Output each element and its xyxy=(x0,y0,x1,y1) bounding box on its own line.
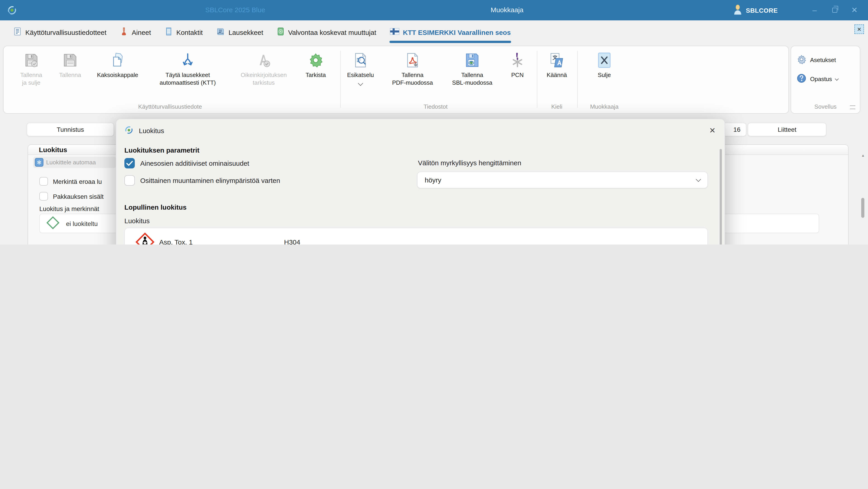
app-scrollbar[interactable]: ▲ ▼ xyxy=(859,116,867,244)
sds-list-icon xyxy=(13,27,22,37)
window-controls: – ✕ xyxy=(805,0,864,20)
checkbox-label: Osittainen muuntaminen elinympäristöä va… xyxy=(140,177,280,184)
inhalation-toxicity-select[interactable]: höyry xyxy=(417,172,708,189)
autofill-phrases-button[interactable]: Täytä lausekkeetautomaattisesti (KTT) xyxy=(147,50,228,86)
not-classified-label: ei luokiteltu xyxy=(66,220,98,227)
pcn-button[interactable]: PCN xyxy=(502,50,533,79)
ribbon-item-label: Oikeinkirjoituksen xyxy=(230,71,298,79)
luokitus-dialog: Luokitus ✕ Luokituksen parametrit Aineso… xyxy=(116,119,725,244)
inhalation-toxicity-label: Välitön myrkyllisyys hengittäminen xyxy=(418,159,521,167)
section-tab-label: Liitteet xyxy=(778,126,797,133)
save-icon xyxy=(52,50,88,69)
additive-properties-checkbox-row[interactable]: Ainesosien additiiviset ominaisuudet xyxy=(124,158,249,168)
dialog-close-button[interactable]: ✕ xyxy=(706,124,719,137)
checkbox-label: Ainesosien additiiviset ominaisuudet xyxy=(140,160,249,167)
regulatory-icon xyxy=(277,27,284,37)
titlebar: SBLCore 2025 Blue Muokkaaja SBLCORE – ✕ xyxy=(0,0,868,20)
right-column-box[interactable] xyxy=(711,214,819,233)
group-label-sovellus: Sovellus xyxy=(791,103,860,110)
ribbon-app-panel: Asetukset Opastus Sovellus xyxy=(790,46,860,114)
preview-icon xyxy=(338,50,383,69)
partial-conversion-checkbox-row[interactable]: Osittainen muuntaminen elinympäristöä va… xyxy=(124,175,280,185)
tab-label: Kontaktit xyxy=(177,28,203,36)
phrases-book-icon xyxy=(216,27,225,37)
group-menu-icon[interactable] xyxy=(850,106,855,109)
verify-gear-icon xyxy=(298,50,334,69)
tab-kontaktit[interactable]: Kontaktit xyxy=(158,20,210,44)
dialog-scrollbar-thumb[interactable] xyxy=(720,149,722,244)
ribbon-item-label: automaattisesti (KTT) xyxy=(147,79,228,86)
classify-auto-label: Luokittele automaa xyxy=(46,159,96,166)
close-button[interactable]: ✕ xyxy=(844,0,864,20)
selected-value: höyry xyxy=(425,176,441,184)
scroll-up-icon[interactable]: ▲ xyxy=(859,153,867,157)
tab-label: Lausekkeet xyxy=(228,28,263,36)
group-label-kayttoturvallisuustiedote: Käyttöturvallisuustiedote xyxy=(102,103,238,110)
restore-button[interactable] xyxy=(825,0,844,20)
tab-label: Valvontaa koskevat muuttujat xyxy=(288,28,376,36)
tab-valvontaa-koskevat-muuttujat[interactable]: Valvontaa koskevat muuttujat xyxy=(270,20,383,44)
minimize-button[interactable]: – xyxy=(805,0,825,20)
save-button[interactable]: Tallenna xyxy=(52,50,88,79)
sbl-save-icon xyxy=(443,50,502,69)
ribbon-item-label: Tarkista xyxy=(298,71,334,79)
translate-button[interactable]: Käännä xyxy=(539,50,575,79)
application-window: SBLCore 2025 Blue Muokkaaja SBLCORE – ✕ xyxy=(0,0,868,244)
checkbox-unchecked[interactable] xyxy=(39,192,48,201)
labelling-differs-checkbox-row[interactable]: Merkintä eroaa lu xyxy=(39,177,102,185)
preview-button[interactable]: Esikatselu xyxy=(338,50,383,87)
hazard-statement-code: H304 xyxy=(284,238,300,244)
group-label-tiedostot: Tiedostot xyxy=(368,103,503,110)
ribbon-main-panel: Tallennaja sulje Tallenna Kaksoiskappale… xyxy=(3,46,789,114)
tab-label: KTT ESIMERKKI Vaarallinen seos xyxy=(403,28,511,36)
group-divider xyxy=(537,51,537,108)
duplicate-button[interactable]: Kaksoiskappale xyxy=(88,50,147,79)
not-classified-diamond-icon xyxy=(45,215,61,232)
help-button[interactable]: Opastus xyxy=(797,74,838,85)
section-tab-tunnistus[interactable]: Tunnistus xyxy=(27,123,114,136)
classification-row[interactable]: Asp. Tox. 1 H304 xyxy=(125,230,707,244)
section-title: Luokitus xyxy=(28,146,67,153)
close-document-tab-button[interactable]: ✕ xyxy=(855,24,864,34)
tab-lausekkeet[interactable]: Lausekkeet xyxy=(210,20,270,44)
scrollbar-thumb[interactable] xyxy=(861,198,864,218)
ribbon-item-label: Tallenna xyxy=(52,71,88,79)
classify-automatically-button[interactable]: ✻ Luokittele automaa xyxy=(33,157,116,168)
user-avatar-icon xyxy=(733,4,743,17)
pdf-icon xyxy=(383,50,442,69)
close-x-icon xyxy=(584,50,625,69)
section-tab-liitteet[interactable]: Liitteet xyxy=(748,123,827,136)
user-menu[interactable]: SBLCORE xyxy=(733,3,778,17)
close-editor-button[interactable]: Sulje xyxy=(584,50,625,79)
group-divider xyxy=(577,51,578,108)
package-contents-checkbox-row[interactable]: Pakkauksen sisält xyxy=(39,192,103,201)
settings-button[interactable]: Asetukset xyxy=(797,54,836,66)
verify-button[interactable]: Tarkista xyxy=(298,50,334,79)
save-pdf-button[interactable]: TallennaPDF-muodossa xyxy=(383,50,442,86)
dialog-title: Luokitus xyxy=(139,127,164,135)
checkbox-unchecked[interactable] xyxy=(39,177,48,185)
dialog-header: Luokitus xyxy=(123,124,164,137)
ribbon-item-label: Tallenna xyxy=(443,71,502,79)
chevron-down-icon xyxy=(358,81,363,86)
hazard-class-name: Asp. Tox. 1 xyxy=(159,238,193,244)
spellcheck-icon xyxy=(230,50,298,69)
checkbox-unchecked[interactable] xyxy=(124,175,135,185)
tab-label: Aineet xyxy=(132,28,151,36)
restore-icon xyxy=(832,8,837,13)
ribbon-item-label: Täytä lausekkeet xyxy=(147,71,228,79)
tab-aineet[interactable]: Aineet xyxy=(113,20,158,44)
duplicate-icon xyxy=(88,50,147,69)
ribbon-item-label: tarkistus xyxy=(230,79,298,86)
tab-ktt-esimerkki-vaarallinen-seos[interactable]: KTT ESIMERKKI Vaarallinen seos xyxy=(383,20,518,44)
ribbon-item-label: PCN xyxy=(502,71,533,79)
save-sbl-button[interactable]: TallennaSBL-muodossa xyxy=(443,50,502,86)
ribbon: Tallennaja sulje Tallenna Kaksoiskappale… xyxy=(0,44,868,116)
spellcheck-button[interactable]: Oikeinkirjoituksentarkistus xyxy=(230,50,298,86)
app-logo-icon xyxy=(6,4,18,16)
save-and-close-button[interactable]: Tallennaja sulje xyxy=(10,50,52,86)
section-tab-label: 16 xyxy=(734,126,740,133)
checkbox-checked[interactable] xyxy=(124,158,135,168)
ribbon-item-label: Kaksoiskappale xyxy=(88,71,147,79)
tab-kayttoturvallisuustiedotteet[interactable]: Käyttöturvallisuustiedotteet xyxy=(6,20,113,44)
